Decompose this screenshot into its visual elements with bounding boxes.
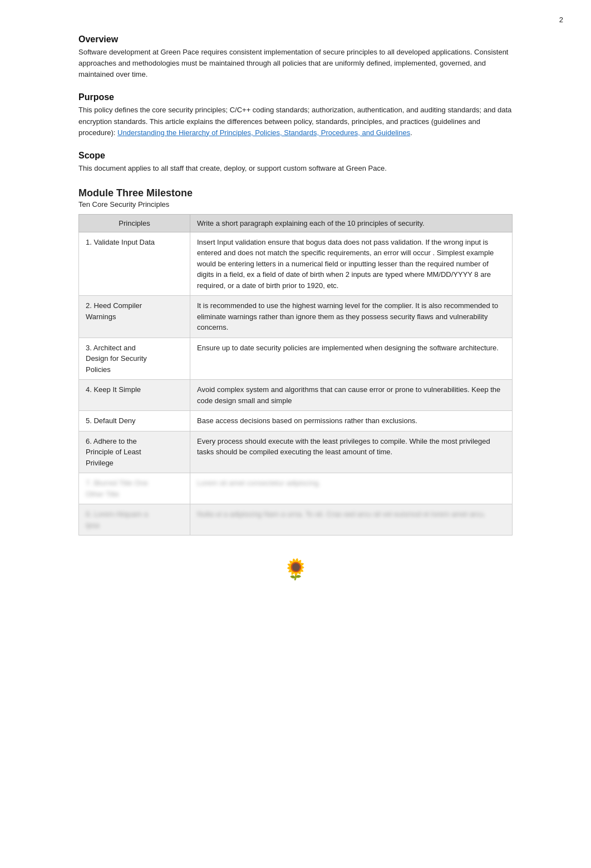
principle-cell: 7. Blurred Title One Other Title bbox=[79, 473, 190, 504]
bottom-icon: 🌻 bbox=[78, 558, 513, 581]
module-subheading: Ten Core Security Principles bbox=[78, 200, 513, 209]
col1-header: Principles bbox=[79, 214, 190, 232]
description-cell: Base access decisions based on permissio… bbox=[190, 411, 513, 431]
principle-cell: 1. Validate Input Data bbox=[79, 232, 190, 296]
table-row: 5. Default DenyBase access decisions bas… bbox=[79, 411, 513, 431]
table-row: 2. Heed Compiler WarningsIt is recommend… bbox=[79, 296, 513, 338]
description-cell: Ensure up to date security policies are … bbox=[190, 338, 513, 380]
table-row: 7. Blurred Title One Other TitleLorem si… bbox=[79, 473, 513, 504]
table-header-row: Principles Write a short paragraph expla… bbox=[79, 214, 513, 232]
description-cell: It is recommended to use the highest war… bbox=[190, 296, 513, 338]
scope-heading: Scope bbox=[78, 151, 513, 161]
overview-body: Software development at Green Pace requi… bbox=[78, 47, 513, 80]
page-container: 2 Overview Software development at Green… bbox=[45, 0, 546, 603]
table-row: 3. Architect and Design for Security Pol… bbox=[79, 338, 513, 380]
description-cell: Lorem sit amet consectetur adipiscing. bbox=[190, 473, 513, 504]
principle-cell: 2. Heed Compiler Warnings bbox=[79, 296, 190, 338]
principle-cell: 4. Keep It Simple bbox=[79, 380, 190, 411]
purpose-heading: Purpose bbox=[78, 92, 513, 102]
page-number: 2 bbox=[559, 16, 563, 24]
description-cell: Avoid complex system and algorithms that… bbox=[190, 380, 513, 411]
table-row: 1. Validate Input DataInsert Input valid… bbox=[79, 232, 513, 296]
description-cell: Insert Input validation ensure that bogu… bbox=[190, 232, 513, 296]
principle-cell: 3. Architect and Design for Security Pol… bbox=[79, 338, 190, 380]
module-heading: Module Three Milestone bbox=[78, 187, 513, 199]
overview-heading: Overview bbox=[78, 34, 513, 44]
scope-body: This document applies to all staff that … bbox=[78, 163, 513, 174]
purpose-body-end: . bbox=[410, 128, 412, 137]
table-row: 6. Adhere to the Principle of Least Priv… bbox=[79, 431, 513, 473]
table-row: 8. Lorem Aliquam a IpsaNulla ut a adipis… bbox=[79, 504, 513, 535]
description-cell: Every process should execute with the le… bbox=[190, 431, 513, 473]
purpose-link[interactable]: Understanding the Hierarchy of Principle… bbox=[117, 128, 410, 137]
principles-table: Principles Write a short paragraph expla… bbox=[78, 214, 513, 536]
principle-cell: 8. Lorem Aliquam a Ipsa bbox=[79, 504, 190, 535]
col2-header: Write a short paragraph explaining each … bbox=[190, 214, 513, 232]
purpose-body: This policy defines the core security pr… bbox=[78, 105, 513, 138]
table-row: 4. Keep It SimpleAvoid complex system an… bbox=[79, 380, 513, 411]
principle-cell: 6. Adhere to the Principle of Least Priv… bbox=[79, 431, 190, 473]
description-cell: Nulla ut a adipiscing Nam a urna. To sit… bbox=[190, 504, 513, 535]
principle-cell: 5. Default Deny bbox=[79, 411, 190, 431]
